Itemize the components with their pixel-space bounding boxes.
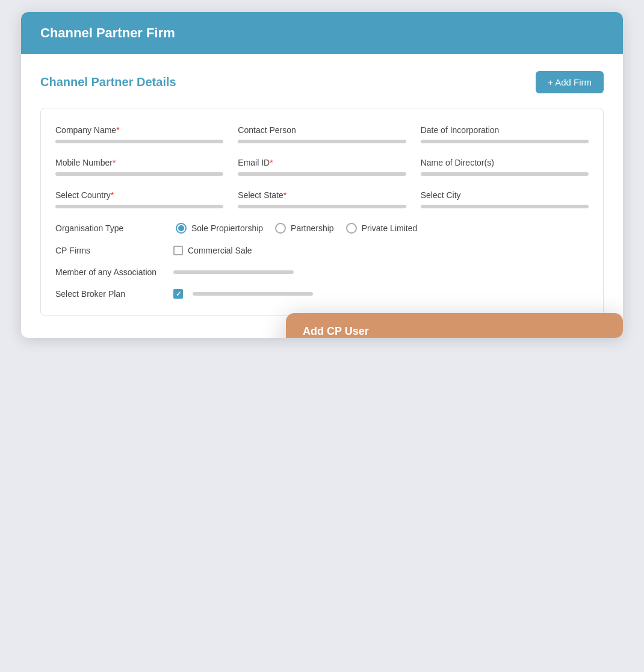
add-firm-button[interactable]: + Add Firm (536, 71, 604, 93)
radio-private-limited[interactable]: Private Limited (346, 223, 418, 234)
card-body: Channel Partner Details + Add Firm Compa… (21, 54, 623, 338)
organisation-type-label: Organisation Type (55, 223, 164, 233)
email-id-field: Email ID* (238, 158, 406, 176)
mobile-number-input[interactable] (55, 172, 223, 176)
date-incorporation-field: Date of Incorporation (421, 125, 589, 143)
directors-input[interactable] (421, 172, 589, 176)
radio-partnership-label: Partnership (291, 223, 334, 233)
main-card: Channel Partner Firm Channel Partner Det… (21, 12, 623, 338)
section-title: Channel Partner Details (40, 75, 176, 89)
city-label: Select City (421, 190, 589, 200)
broker-plan-row: Select Broker Plan ✓ (55, 289, 589, 299)
email-required: * (270, 158, 273, 167)
company-name-field: Company Name* (55, 125, 223, 143)
association-row: Member of any Association (55, 267, 589, 277)
contact-person-label: Contact Person (238, 125, 406, 135)
form-container: Company Name* Contact Person Date of Inc… (40, 108, 604, 316)
modal-title: Add CP User (303, 325, 369, 337)
card-header: Channel Partner Firm (21, 12, 623, 54)
date-incorporation-label: Date of Incorporation (421, 125, 589, 135)
city-field: Select City (421, 190, 589, 208)
form-row-1: Company Name* Contact Person Date of Inc… (55, 125, 589, 143)
modal-header: Add CP User (286, 313, 623, 338)
mobile-number-field: Mobile Number* (55, 158, 223, 176)
broker-plan-checkbox[interactable]: ✓ (173, 289, 183, 299)
mobile-number-label: Mobile Number* (55, 158, 223, 167)
date-incorporation-input[interactable] (421, 140, 589, 143)
email-id-input[interactable] (238, 172, 406, 176)
mobile-required: * (113, 158, 116, 167)
broker-plan-input[interactable] (193, 292, 313, 296)
state-input[interactable] (238, 205, 406, 208)
country-input[interactable] (55, 205, 223, 208)
radio-partnership-icon (275, 223, 286, 234)
state-label: Select State* (238, 190, 406, 200)
directors-field: Name of Director(s) (421, 158, 589, 176)
state-field: Select State* (238, 190, 406, 208)
country-required: * (111, 190, 114, 200)
form-row-3: Select Country* Select State* Select Cit… (55, 190, 589, 208)
cp-firms-row: CP Firms Commercial Sale (55, 246, 589, 255)
card-header-title: Channel Partner Firm (40, 25, 175, 40)
add-cp-user-modal: Add CP User First Name* Last Name* (286, 313, 623, 338)
contact-person-field: Contact Person (238, 125, 406, 143)
company-name-label: Company Name* (55, 125, 223, 135)
contact-person-input[interactable] (238, 140, 406, 143)
country-field: Select Country* (55, 190, 223, 208)
radio-partnership[interactable]: Partnership (275, 223, 334, 234)
radio-sole-label: Sole Propiertorship (191, 223, 263, 233)
country-label: Select Country* (55, 190, 223, 200)
form-row-2: Mobile Number* Email ID* Name of Directo… (55, 158, 589, 176)
directors-label: Name of Director(s) (421, 158, 589, 167)
company-name-input[interactable] (55, 140, 223, 143)
association-label: Member of any Association (55, 267, 164, 277)
commercial-sale-label: Commercial Sale (188, 246, 252, 255)
city-input[interactable] (421, 205, 589, 208)
radio-private-icon (346, 223, 357, 234)
email-id-label: Email ID* (238, 158, 406, 167)
state-required: * (283, 190, 286, 200)
radio-private-label: Private Limited (362, 223, 418, 233)
radio-sole-icon (176, 223, 187, 234)
cp-firms-label: CP Firms (55, 246, 164, 255)
broker-plan-box: ✓ (173, 289, 183, 299)
radio-sole-propiertorship[interactable]: Sole Propiertorship (176, 223, 263, 234)
company-name-required: * (116, 125, 119, 135)
broker-plan-label: Select Broker Plan (55, 289, 164, 299)
commercial-sale-checkbox[interactable]: Commercial Sale (173, 246, 252, 255)
association-input[interactable] (173, 270, 294, 274)
commercial-sale-box (173, 246, 183, 255)
section-header: Channel Partner Details + Add Firm (40, 71, 604, 93)
organisation-type-row: Organisation Type Sole Propiertorship Pa… (55, 223, 589, 234)
